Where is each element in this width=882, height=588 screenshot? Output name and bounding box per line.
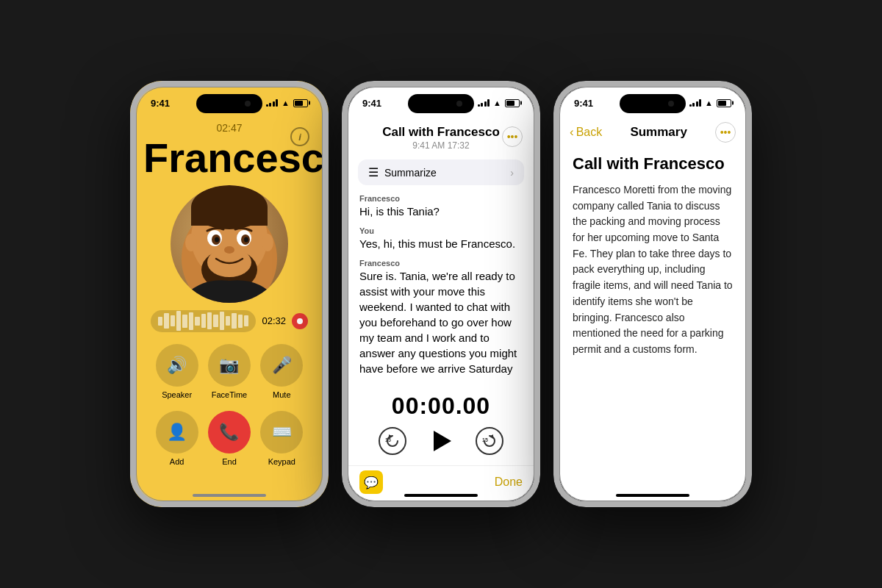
svg-rect-3	[191, 207, 268, 226]
speaker-name: Francesco	[359, 194, 523, 203]
summary-nav: ‹ Back Summary •••	[559, 119, 746, 147]
record-button[interactable]	[292, 313, 308, 329]
audio-waveform	[151, 310, 256, 332]
battery-icon	[293, 99, 308, 107]
message-text: Sure is. Tania, we're all ready to assis…	[359, 268, 523, 376]
transcript-title: Call with Francesco	[377, 125, 505, 140]
speaker-name: You	[359, 226, 523, 235]
mute-button[interactable]: 🎤 Mute	[260, 344, 303, 399]
phone-transcript: 9:41 ▲ Call with Francesco	[342, 81, 540, 507]
back-button[interactable]: ‹ Back	[570, 126, 602, 140]
back-label: Back	[576, 126, 603, 139]
more-options-button[interactable]: •••	[715, 122, 736, 143]
chevron-right-icon: ›	[510, 167, 514, 179]
wifi-icon: ▲	[493, 98, 501, 107]
play-button[interactable]	[424, 424, 458, 458]
svg-point-13	[185, 234, 197, 251]
call-controls-row-1: 🔊 Speaker 📷 FaceTime 🎤 Mute	[136, 344, 323, 399]
keypad-button[interactable]: ⌨️ Keypad	[260, 411, 303, 466]
signal-bars-icon	[478, 99, 490, 107]
info-button[interactable]: i	[290, 127, 309, 146]
end-call-button[interactable]: 📞 End	[208, 411, 251, 466]
chat-bubble-button[interactable]: 💬	[359, 470, 383, 494]
summary-nav-title: Summary	[630, 125, 686, 140]
battery-icon	[717, 99, 731, 107]
message-1: You Yes, hi, this must be Francesco.	[359, 226, 523, 251]
status-time: 9:41	[362, 98, 381, 109]
signal-bars-icon	[266, 99, 279, 107]
waveform-container: 02:32	[136, 310, 323, 332]
wifi-icon: ▲	[705, 98, 713, 107]
playback-timer: 00:00.00	[348, 392, 534, 420]
speaker-name: Francesco	[359, 259, 523, 268]
home-indicator	[404, 494, 478, 497]
phone-active-call: 9:41 ▲ i 02:47	[130, 81, 329, 507]
summarize-bar[interactable]: ☰ Summarize ›	[358, 159, 524, 185]
status-time: 9:41	[574, 98, 593, 109]
summarize-icon: ☰	[368, 165, 379, 179]
dynamic-island	[620, 94, 686, 113]
more-options-button[interactable]: •••	[502, 126, 523, 147]
battery-icon	[505, 99, 520, 107]
home-indicator	[616, 494, 689, 497]
status-icons: ▲	[478, 98, 520, 107]
status-time: 9:41	[151, 98, 170, 109]
wifi-icon: ▲	[282, 98, 290, 107]
recording-timer: 02:32	[262, 315, 286, 326]
home-indicator	[193, 494, 266, 497]
signal-bars-icon	[689, 99, 702, 107]
svg-marker-16	[490, 434, 493, 439]
phone-summary: 9:41 ▲ ‹ Bac	[553, 81, 752, 507]
transcript-subtitle: 9:41 AM 17:32	[377, 140, 505, 151]
call-controls-row-2: 👤 Add 📞 End ⌨️ Keypad	[136, 411, 323, 466]
summary-content: Call with Francesco Francesco Moretti fr…	[559, 147, 746, 365]
status-icons: ▲	[689, 98, 731, 107]
svg-point-10	[215, 237, 219, 242]
status-icons: ▲	[266, 98, 308, 107]
avatar	[136, 185, 323, 303]
rewind-15-button[interactable]: 15	[379, 427, 406, 455]
svg-point-12	[224, 246, 234, 254]
playback-controls: 15 15	[348, 424, 534, 458]
message-text: Hi, is this Tania?	[359, 204, 523, 219]
message-text: Yes, hi, this must be Francesco.	[359, 236, 523, 251]
svg-point-11	[244, 237, 248, 242]
message-2: Francesco Sure is. Tania, we're all read…	[359, 259, 523, 376]
chevron-left-icon: ‹	[570, 125, 574, 140]
dynamic-island	[196, 94, 262, 113]
message-0: Francesco Hi, is this Tania?	[359, 194, 523, 219]
add-call-button[interactable]: 👤 Add	[156, 411, 198, 466]
speaker-button[interactable]: 🔊 Speaker	[156, 344, 198, 399]
forward-15-button[interactable]: 15	[476, 427, 503, 455]
summary-title: Call with Francesco	[573, 154, 733, 173]
summarize-label: Summarize	[384, 167, 437, 179]
done-button[interactable]: Done	[495, 476, 523, 489]
facetime-button[interactable]: 📷 FaceTime	[208, 344, 251, 399]
transcript-header: Call with Francesco 9:41 AM 17:32 •••	[348, 119, 534, 155]
summary-body: Francesco Moretti from the moving compan…	[573, 182, 733, 358]
svg-point-14	[262, 234, 273, 251]
transcript-messages: Francesco Hi, is this Tania? You Yes, hi…	[348, 190, 534, 387]
dynamic-island	[408, 94, 474, 113]
